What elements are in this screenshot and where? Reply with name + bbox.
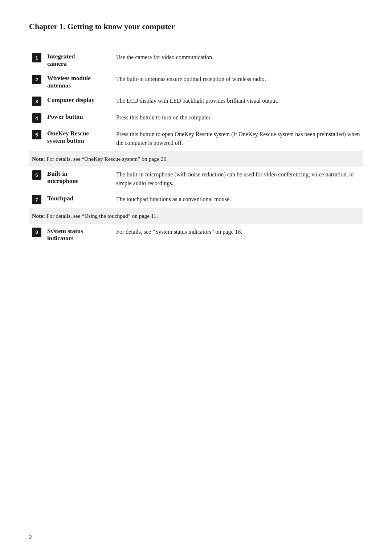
table-row: 6 Built-inmicrophone The built-in microp… [29, 167, 363, 191]
table-row: 7 Touchpad The touchpad functions as a c… [29, 191, 363, 208]
term-4: Power button [44, 110, 113, 126]
note-1-text: For details, see “OneKey Rescue system” … [45, 156, 168, 162]
table-row: 3 Computer display The LCD display with … [29, 93, 363, 110]
term-3: Computer display [44, 93, 113, 110]
note-2-label: Note: [32, 213, 45, 219]
table-row: 1 Integratedcamera Use the camera for vi… [29, 49, 363, 71]
desc-3: The LCD display with LED backlight provi… [113, 93, 363, 110]
badge-2: 2 [32, 75, 41, 84]
term-7: Touchpad [44, 191, 113, 208]
table-row: 5 OneKey Rescuesystem button Press this … [29, 126, 363, 151]
badge-1: 1 [32, 53, 41, 62]
badge-7: 7 [32, 195, 41, 204]
note-2-text: For details, see “Using the touchpad” on… [45, 213, 158, 219]
term-2: Wireless moduleantennas [44, 71, 113, 93]
note-row-1: Note: For details, see “OneKey Rescue sy… [29, 151, 363, 167]
term-5: OneKey Rescuesystem button [44, 126, 113, 151]
badge-3: 3 [32, 97, 41, 106]
badge-8: 8 [32, 228, 41, 237]
desc-4: Press this button to turn on the compute… [113, 110, 363, 126]
page-number: 2 [29, 534, 32, 540]
desc-5: Press this button to open OneKey Rescue … [113, 126, 363, 151]
note-1-label: Note: [32, 156, 45, 162]
note-1-cell: Note: For details, see “OneKey Rescue sy… [29, 151, 363, 167]
table-row: 2 Wireless moduleantennas The built-in a… [29, 71, 363, 93]
chapter-title: Chapter 1. Getting to know your computer [29, 22, 363, 31]
term-6: Built-inmicrophone [44, 167, 113, 191]
note-2-cell: Note: For details, see “Using the touchp… [29, 208, 363, 224]
badge-5: 5 [32, 130, 41, 139]
table-row: 8 System statusindicators For details, s… [29, 224, 363, 246]
badge-6: 6 [32, 170, 41, 180]
table-row: 4 Power button Press this button to turn… [29, 110, 363, 126]
desc-8: For details, see “System status indicato… [113, 224, 363, 246]
badge-4: 4 [32, 113, 41, 123]
desc-7: The touchpad functions as a conventional… [113, 191, 363, 208]
desc-6: The built-in microphone (with noise redu… [113, 167, 363, 191]
desc-1: Use the camera for video communication. [113, 49, 363, 71]
note-row-2: Note: For details, see “Using the touchp… [29, 208, 363, 224]
term-1: Integratedcamera [44, 49, 113, 71]
desc-2: The built-in antennas ensure optimal rec… [113, 71, 363, 93]
content-table: 1 Integratedcamera Use the camera for vi… [29, 49, 363, 246]
term-8: System statusindicators [44, 224, 113, 246]
